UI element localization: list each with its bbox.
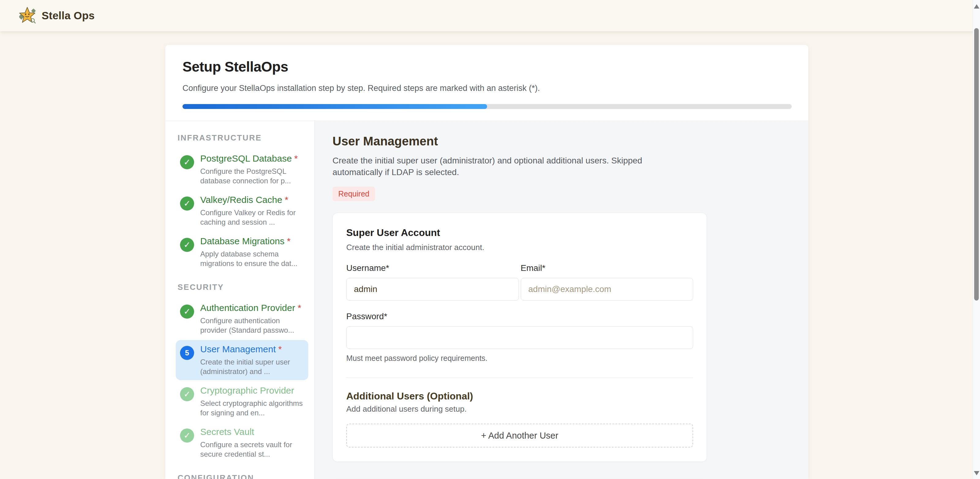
step-panel-title: User Management [332, 134, 808, 148]
step-description: Configure Valkey or Redis for caching an… [200, 208, 304, 227]
check-icon: ✓ [180, 155, 194, 169]
check-icon: ✓ [180, 238, 194, 252]
sidebar-item-authentication-provider[interactable]: ✓ Authentication Provider* Configure aut… [176, 299, 308, 339]
brand: Stella Ops [18, 5, 95, 26]
super-user-card-title: Super User Account [346, 227, 693, 239]
progress-bar [183, 104, 792, 109]
page-subtitle: Configure your StellaOps installation st… [183, 84, 791, 93]
steps-sidebar: INFRASTRUCTURE ✓ PostgreSQL Database* Co… [165, 121, 315, 479]
step-description: Apply database schema migrations to ensu… [200, 249, 304, 268]
password-field[interactable] [346, 326, 693, 349]
email-field[interactable] [521, 278, 694, 301]
step-title: Authentication Provider* [200, 303, 304, 313]
sidebar-item-secrets-vault[interactable]: ✓ Secrets Vault Configure a secrets vaul… [176, 423, 308, 463]
wizard-content: INFRASTRUCTURE ✓ PostgreSQL Database* Co… [165, 121, 808, 479]
step-title: Valkey/Redis Cache* [200, 195, 304, 205]
required-asterisk: * [294, 153, 298, 164]
username-label: Username* [346, 263, 519, 273]
check-icon: ✓ [180, 304, 194, 318]
step-title: Secrets Vault [200, 426, 304, 437]
step-number-badge: 5 [180, 346, 194, 360]
super-user-card: Super User Account Create the initial ad… [332, 213, 707, 462]
required-asterisk: * [285, 195, 288, 205]
step-panel-description: Create the initial super user (administr… [332, 155, 675, 178]
setup-header: Setup StellaOps Configure your StellaOps… [165, 45, 808, 121]
required-asterisk: * [287, 236, 291, 246]
password-help-text: Must meet password policy requirements. [346, 354, 693, 363]
vertical-scrollbar[interactable] [973, 0, 980, 479]
scroll-up-arrow-icon[interactable] [974, 4, 979, 9]
additional-users-title: Additional Users (Optional) [346, 391, 693, 402]
setup-wizard-card: Setup StellaOps Configure your StellaOps… [165, 45, 808, 479]
check-icon: ✓ [180, 387, 194, 401]
required-asterisk: * [298, 303, 301, 313]
step-description: Configure the PostgreSQL database connec… [200, 167, 304, 186]
step-description: Configure authentication provider (Stand… [200, 316, 304, 335]
brand-name: Stella Ops [41, 10, 95, 22]
step-panel: User Management Create the initial super… [315, 121, 808, 479]
scroll-down-arrow-icon[interactable] [974, 471, 979, 475]
sidebar-item-postgresql-database[interactable]: ✓ PostgreSQL Database* Configure the Pos… [176, 150, 308, 189]
app-bar: Stella Ops [0, 0, 980, 31]
step-title: Cryptographic Provider [200, 385, 304, 396]
additional-users-subtitle: Add additional users during setup. [346, 404, 693, 414]
step-title: Database Migrations* [200, 236, 304, 247]
check-icon: ✓ [180, 196, 194, 210]
scrollbar-thumb[interactable] [974, 28, 979, 301]
card-divider [346, 377, 693, 378]
section-label-security: SECURITY [178, 283, 308, 292]
sidebar-item-user-management[interactable]: 5 User Management* Create the initial su… [176, 340, 308, 380]
progress-fill [183, 104, 487, 109]
required-badge: Required [332, 187, 375, 201]
sidebar-item-valkey-redis-cache[interactable]: ✓ Valkey/Redis Cache* Configure Valkey o… [176, 191, 308, 231]
step-description: Configure a secrets vault for secure cre… [200, 440, 304, 459]
sidebar-item-cryptographic-provider[interactable]: ✓ Cryptographic Provider Select cryptogr… [176, 381, 308, 422]
check-icon: ✓ [180, 428, 194, 442]
password-label: Password* [346, 312, 693, 321]
required-asterisk: * [278, 344, 282, 354]
email-label: Email* [521, 263, 694, 273]
step-title: User Management* [200, 344, 304, 355]
add-another-user-button[interactable]: + Add Another User [346, 423, 693, 447]
section-label-infrastructure: INFRASTRUCTURE [178, 133, 308, 143]
step-description: Select cryptographic algorithms for sign… [200, 398, 304, 417]
page-title: Setup StellaOps [183, 59, 791, 75]
username-field[interactable] [346, 278, 519, 301]
stellaops-logo-icon [18, 5, 37, 26]
step-title: PostgreSQL Database* [200, 153, 304, 164]
sidebar-item-database-migrations[interactable]: ✓ Database Migrations* Apply database sc… [176, 232, 308, 272]
section-label-configuration: CONFIGURATION [178, 473, 308, 479]
super-user-card-subtitle: Create the initial administrator account… [346, 243, 693, 252]
step-description: Create the initial super user (administr… [200, 357, 304, 376]
